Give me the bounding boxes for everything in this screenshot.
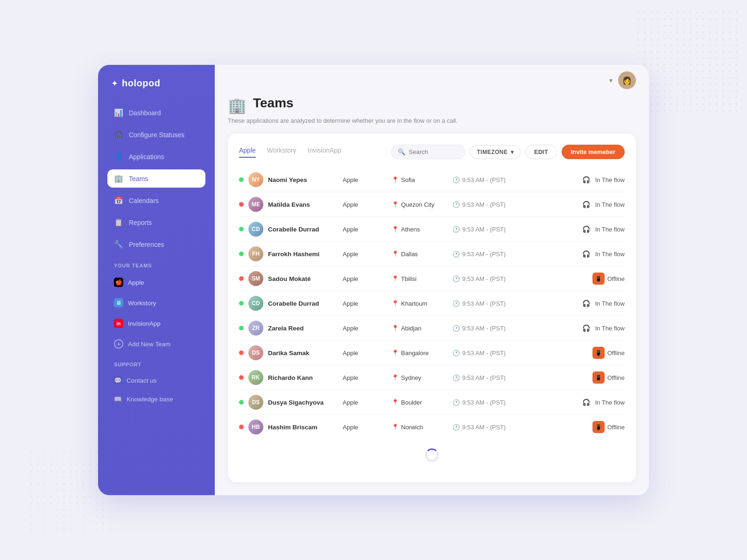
page-subtitle: These applications are analyzed to deter… (228, 117, 636, 124)
member-location: 📍 Sydney (392, 374, 452, 381)
search-box[interactable]: 🔍 (391, 145, 465, 159)
member-avatar: SM (248, 271, 263, 286)
invite-member-button[interactable]: Invite memeber (562, 145, 625, 159)
member-location: 📍 Abidjan (392, 325, 452, 332)
headphone-icon: 🎧 (580, 223, 592, 235)
location-icon: 📍 (392, 226, 399, 232)
search-icon: 🔍 (398, 148, 405, 155)
member-time: 🕐 9:53 AM - (PST) (452, 325, 527, 332)
sidebar-team-workstory[interactable]: 🖥 Workstory (107, 294, 205, 311)
sidebar-item-dashboard[interactable]: 📊 Dashboard (107, 104, 205, 122)
member-time: 🕐 9:53 AM - (PST) (452, 424, 527, 431)
table-row: FH Farrokh Hashemi Apple 📍 Dallas 🕐 9:53… (239, 242, 625, 266)
sidebar-item-applications[interactable]: 👤 Applications (107, 147, 205, 166)
headphone-icon: 🎧 (580, 322, 592, 334)
member-name: Matilda Evans (268, 201, 340, 208)
status-text: In The flow (595, 300, 625, 307)
member-location: 📍 Khartoum (392, 300, 452, 307)
search-input[interactable] (409, 148, 458, 155)
member-status: 📱 Offline (527, 371, 625, 384)
location-icon: 📍 (392, 176, 399, 183)
member-status: 🎧 In The flow (527, 223, 625, 235)
member-team: Apple (340, 226, 392, 233)
sidebar-item-configure-statuses[interactable]: 🎧 Configure Statuses (107, 126, 205, 144)
headphone-icon: 🎧 (580, 396, 592, 408)
table-row: NY Naomi Yepes Apple 📍 Sofia 🕐 9:53 AM -… (239, 168, 625, 192)
member-avatar: RK (248, 370, 263, 385)
clock-icon: 🕐 (452, 251, 460, 258)
offline-icon: 📱 (592, 371, 605, 384)
member-avatar: FH (248, 246, 263, 261)
sidebar-knowledge-base[interactable]: 📖 Knowledge base (107, 392, 205, 406)
status-text: In The flow (595, 201, 625, 208)
location-icon: 📍 (392, 374, 399, 381)
loading-spinner (239, 439, 625, 471)
member-location: 📍 Bangalore (392, 350, 452, 357)
table-row: CD Corabelle Durrad Apple 📍 Khartoum 🕐 9… (239, 291, 625, 316)
support-label: Support (107, 356, 205, 369)
members-list: NY Naomi Yepes Apple 📍 Sofia 🕐 9:53 AM -… (239, 168, 625, 439)
status-dot (239, 177, 244, 182)
status-dot (239, 425, 244, 429)
table-row: RK Richardo Kann Apple 📍 Sydney 🕐 9:53 A… (239, 365, 625, 390)
status-text: Offline (607, 350, 625, 357)
member-location: 📍 Athens (392, 226, 452, 233)
member-team: Apple (340, 424, 392, 431)
clock-icon: 🕐 (452, 226, 460, 233)
member-name: Richardo Kann (268, 374, 340, 381)
member-avatar: ZR (248, 321, 263, 336)
panel-toolbar: Apple Workstory InvisionApp 🔍 TIMEZONE ▾ (239, 145, 625, 159)
edit-button[interactable]: EDIT (525, 145, 557, 159)
tab-apple[interactable]: Apple (239, 147, 256, 158)
avatar[interactable]: 👩 (618, 71, 636, 89)
status-text: Offline (607, 275, 625, 282)
sidebar-team-apple[interactable]: 🍎 Apple (107, 274, 205, 291)
configure-statuses-icon: 🎧 (114, 130, 123, 139)
status-dot (239, 202, 244, 207)
offline-icon: 📱 (592, 273, 605, 285)
reports-icon: 📋 (114, 218, 123, 227)
dashboard-icon: 📊 (114, 108, 123, 117)
member-status: 🎧 In The flow (527, 396, 625, 408)
table-row: CD Corabelle Durrad Apple 📍 Athens 🕐 9:5… (239, 217, 625, 242)
member-name: Corabelle Durrad (268, 300, 340, 307)
member-team: Apple (340, 374, 392, 381)
member-name: Darika Samak (268, 350, 340, 357)
page-title: Teams (253, 96, 294, 111)
sidebar-team-invisionapp[interactable]: in InvisionApp (107, 315, 205, 332)
member-status: 🎧 In The flow (527, 198, 625, 210)
member-avatar: DS (248, 395, 263, 410)
sidebar-item-reports[interactable]: 📋 Reports (107, 213, 205, 231)
workstory-team-icon: 🖥 (114, 298, 123, 308)
member-location: 📍 Boulder (392, 399, 452, 406)
member-status: 🎧 In The flow (527, 297, 625, 309)
table-row: ME Matilda Evans Apple 📍 Quezon City 🕐 9… (239, 192, 625, 217)
timezone-button[interactable]: TIMEZONE ▾ (470, 145, 521, 159)
page-header: 🏢 Teams (228, 96, 636, 114)
member-time: 🕐 9:53 AM - (PST) (452, 275, 527, 282)
sidebar-item-teams[interactable]: 🏢 Teams (107, 169, 205, 188)
tab-invisionapp[interactable]: InvisionApp (308, 147, 341, 158)
tab-workstory[interactable]: Workstory (267, 147, 296, 158)
member-time: 🕐 9:53 AM - (PST) (452, 399, 527, 406)
sidebar-item-calendars[interactable]: 📅 Calendars (107, 191, 205, 210)
table-row: DS Dusya Sigachyova Apple 📍 Boulder 🕐 9:… (239, 390, 625, 415)
status-text: Offline (607, 374, 625, 381)
status-dot (239, 276, 244, 281)
headphone-icon: 🎧 (580, 174, 592, 186)
sidebar-contact-us[interactable]: 💬 Contact us (107, 373, 205, 388)
sidebar-item-preferences[interactable]: 🔧 Preferences (107, 235, 205, 253)
member-name: Corabelle Durrad (268, 226, 340, 233)
member-team: Apple (340, 350, 392, 357)
member-avatar: CD (248, 296, 263, 311)
member-status: 📱 Offline (527, 347, 625, 359)
member-time: 🕐 9:53 AM - (PST) (452, 226, 527, 233)
member-team: Apple (340, 176, 392, 183)
member-time: 🕐 9:53 AM - (PST) (452, 350, 527, 357)
location-icon: 📍 (392, 325, 399, 331)
location-icon: 📍 (392, 424, 399, 430)
headphone-icon: 🎧 (580, 198, 592, 210)
chevron-down-icon: ▾ (609, 77, 613, 84)
location-icon: 📍 (392, 275, 399, 282)
add-new-team[interactable]: + Add New Team (107, 336, 205, 352)
